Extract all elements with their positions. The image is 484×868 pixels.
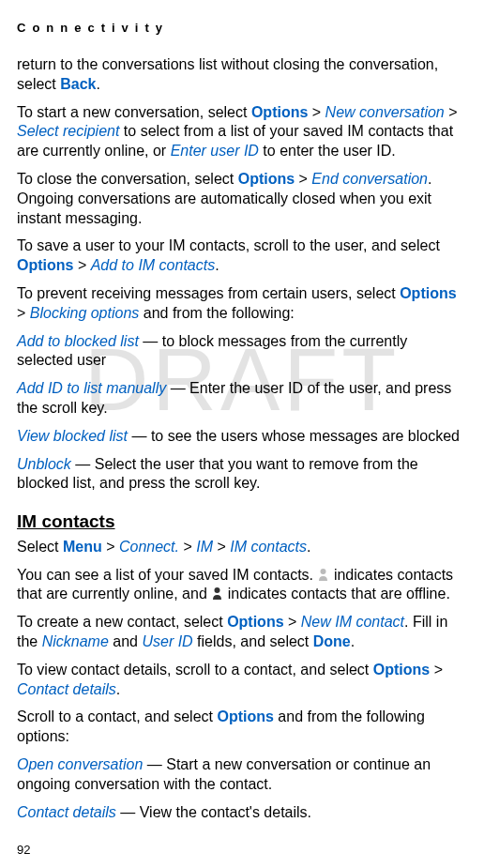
sep: > — [213, 539, 230, 555]
ui-select-recipient: Select recipient — [17, 123, 119, 139]
ui-enter-user-id: Enter user ID — [171, 143, 259, 159]
sep: > — [17, 305, 30, 321]
text: — View the contact's details. — [116, 804, 311, 820]
ui-view-blocked-list: View blocked list — [17, 428, 128, 444]
ui-options: Options — [217, 708, 273, 724]
text: To view contact details, scroll to a con… — [17, 662, 373, 678]
sep: > — [102, 539, 119, 555]
ui-add-to-blocked-list: Add to blocked list — [17, 333, 139, 349]
ui-nickname: Nickname — [42, 633, 109, 649]
text: indicates contacts that are offline. — [223, 586, 450, 602]
ui-new-im-contact: New IM contact — [301, 614, 404, 630]
ui-end-conversation: End conversation — [311, 171, 428, 187]
text: To create a new contact, select — [17, 614, 227, 630]
text: to enter the user ID. — [259, 143, 396, 159]
text: . — [215, 257, 219, 273]
ui-contact-details: Contact details — [17, 804, 116, 820]
im-contacts-heading: IM contacts — [17, 510, 467, 534]
text: . — [116, 681, 120, 697]
sep: > — [308, 104, 325, 120]
contact-offline-icon — [211, 586, 223, 601]
ui-options: Options — [227, 614, 283, 630]
body-text: return to the conversations list without… — [17, 55, 467, 822]
ui-options: Options — [373, 662, 430, 678]
paragraph: View blocked list — to see the users who… — [17, 427, 467, 447]
ui-options: Options — [17, 257, 73, 273]
paragraph: To close the conversation, select Option… — [17, 170, 467, 228]
text: To start a new conversation, select — [17, 104, 251, 120]
paragraph: Add to blocked list — to block messages … — [17, 332, 467, 372]
page-content: Connectivity return to the conversations… — [17, 21, 467, 822]
page-number: 92 — [17, 843, 30, 857]
paragraph: Scroll to a contact, and select Options … — [17, 708, 467, 747]
paragraph: return to the conversations list without… — [17, 55, 467, 95]
text: To close the conversation, select — [17, 171, 238, 187]
svg-point-0 — [321, 569, 326, 574]
ui-options: Options — [238, 171, 295, 187]
paragraph: Add ID to list manually — Enter the user… — [17, 379, 467, 419]
sep: > — [73, 257, 90, 273]
ui-im-contacts: IM contacts — [230, 539, 307, 555]
text: Select — [17, 539, 63, 555]
text: fields, and select — [193, 633, 313, 649]
paragraph: Contact details — View the contact's det… — [17, 803, 467, 823]
paragraph: To prevent receiving messages from certa… — [17, 284, 467, 324]
sep: > — [430, 662, 443, 678]
ui-done: Done — [313, 633, 351, 649]
ui-add-to-im-contacts: Add to IM contacts — [91, 257, 216, 273]
ui-user-id: User ID — [142, 633, 192, 649]
ui-menu: Menu — [63, 539, 102, 555]
text: — Select the user that you want to remov… — [17, 456, 418, 492]
ui-unblock: Unblock — [17, 456, 71, 472]
ui-add-id-manually: Add ID to list manually — [17, 380, 166, 396]
paragraph: To start a new conversation, select Opti… — [17, 103, 467, 161]
sep: > — [295, 171, 311, 187]
text: Scroll to a contact, and select — [17, 708, 217, 724]
ui-connect: Connect. — [119, 539, 179, 555]
text: . — [351, 633, 355, 649]
text: — to see the users whose messages are bl… — [128, 428, 460, 444]
ui-options: Options — [400, 285, 456, 301]
paragraph: To create a new contact, select Options … — [17, 613, 467, 652]
paragraph: Open conversation — Start a new conversa… — [17, 755, 467, 795]
text: . — [97, 76, 100, 92]
ui-contact-details: Contact details — [17, 681, 116, 697]
text: You can see a list of your saved IM cont… — [17, 567, 317, 583]
sep: > — [284, 614, 301, 630]
text: To prevent receiving messages from certa… — [17, 285, 400, 301]
ui-back: Back — [60, 76, 96, 92]
section-header: Connectivity — [17, 21, 467, 35]
svg-point-1 — [215, 587, 220, 593]
ui-blocking-options: Blocking options — [30, 305, 140, 321]
ui-options: Options — [251, 104, 308, 120]
ui-im: IM — [196, 539, 213, 555]
text: To save a user to your IM contacts, scro… — [17, 237, 440, 253]
text: and — [109, 633, 143, 649]
contact-online-icon — [317, 568, 329, 582]
text: and from the following: — [139, 305, 294, 321]
paragraph: Select Menu > Connect. > IM > IM contact… — [17, 538, 467, 557]
paragraph: Unblock — Select the user that you want … — [17, 455, 467, 495]
sep: > — [179, 539, 196, 555]
paragraph: You can see a list of your saved IM cont… — [17, 566, 467, 605]
paragraph: To save a user to your IM contacts, scro… — [17, 236, 467, 276]
text: . — [307, 539, 310, 555]
ui-open-conversation: Open conversation — [17, 756, 143, 772]
sep: > — [445, 104, 458, 120]
ui-new-conversation: New conversation — [325, 104, 445, 120]
paragraph: To view contact details, scroll to a con… — [17, 661, 467, 700]
